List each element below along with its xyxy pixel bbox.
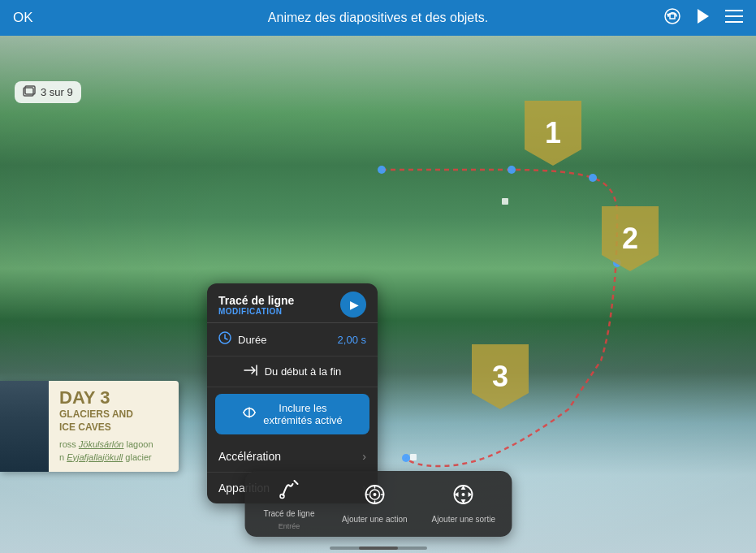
- direction-icon: [244, 365, 258, 378]
- toolbar-trace-sublabel: Entrée: [279, 522, 300, 530]
- anim-panel-play-button[interactable]: ▶: [340, 292, 366, 318]
- toolbar-add-exit-label: Ajouter une sortie: [432, 515, 495, 525]
- svg-point-28: [462, 493, 465, 496]
- top-bar-title: Animez des diapositives et des objets.: [268, 11, 488, 25]
- play-icon[interactable]: [696, 8, 711, 28]
- toolbar-item-trace[interactable]: Tracé de ligne Entrée: [261, 477, 318, 530]
- side-card-image: [0, 381, 49, 472]
- menu-icon[interactable]: [725, 9, 743, 28]
- side-card: DAY 3 GLACIERS ANDICE CAVES ross Jökulsá…: [0, 381, 179, 472]
- anim-panel-title: Tracé de ligne: [218, 294, 294, 307]
- duration-row[interactable]: Durée 2,00 s: [207, 323, 378, 356]
- include-icon: [242, 407, 257, 421]
- toolbar-trace-label: Tracé de ligne: [263, 509, 314, 519]
- slide-counter-icon: [23, 85, 36, 99]
- toolbar-item-add-action[interactable]: Ajouter une action: [342, 483, 408, 525]
- include-label: Inclure lesextrémités activé: [263, 402, 343, 426]
- svg-point-22: [373, 493, 376, 496]
- slide-counter: 3 sur 9: [15, 81, 81, 103]
- side-card-subtitle: GLACIERS ANDICE CAVES: [59, 408, 172, 434]
- add-action-icon: [363, 483, 386, 512]
- svg-point-0: [665, 9, 680, 24]
- side-card-desc: ross Jökulsárlón lagoon n Eyjafjallajöku…: [59, 439, 172, 464]
- anim-panel-subtitle: MODIFICATION: [218, 307, 294, 316]
- acceleration-chevron-icon: ›: [362, 450, 366, 463]
- acceleration-row[interactable]: Accélération ›: [207, 441, 378, 472]
- direction-row[interactable]: Du début à la fin: [207, 356, 378, 387]
- clock-icon: [218, 331, 231, 348]
- anim-panel-play-icon: ▶: [350, 298, 359, 311]
- scroll-indicator-bar: [359, 547, 398, 550]
- anim-panel-title-group: Tracé de ligne MODIFICATION: [218, 294, 294, 316]
- include-button[interactable]: Inclure lesextrémités activé: [215, 394, 369, 434]
- side-card-content: DAY 3 GLACIERS ANDICE CAVES ross Jökulsá…: [53, 381, 179, 472]
- direction-label: Du début à la fin: [265, 365, 342, 378]
- ok-button[interactable]: OK: [13, 10, 33, 26]
- trace-icon: [278, 477, 300, 506]
- top-bar: OK Animez des diapositives et des objets…: [0, 0, 756, 36]
- duration-label: Durée: [238, 334, 266, 346]
- slide-counter-text: 3 sur 9: [41, 86, 73, 98]
- svg-point-19: [279, 495, 283, 499]
- top-bar-icons: [663, 7, 743, 29]
- duration-row-left: Durée: [218, 331, 266, 348]
- rewind-icon[interactable]: [663, 7, 681, 29]
- add-exit-icon: [452, 483, 475, 512]
- svg-line-15: [225, 339, 227, 340]
- map-background: 1 2 3 3 sur 9 DAY 3 GLACIERS ANDICE CAVE…: [0, 36, 756, 553]
- toolbar-add-action-label: Ajouter une action: [342, 515, 408, 525]
- toolbar-item-add-exit[interactable]: Ajouter une sortie: [432, 483, 495, 525]
- bottom-toolbar: Tracé de ligne Entrée Ajouter une action: [244, 471, 512, 537]
- acceleration-label: Accélération: [218, 450, 281, 463]
- duration-value: 2,00 s: [338, 334, 366, 346]
- side-card-day: DAY 3: [59, 389, 172, 407]
- scroll-indicator: [330, 547, 427, 550]
- anim-panel-header: Tracé de ligne MODIFICATION ▶: [207, 283, 378, 322]
